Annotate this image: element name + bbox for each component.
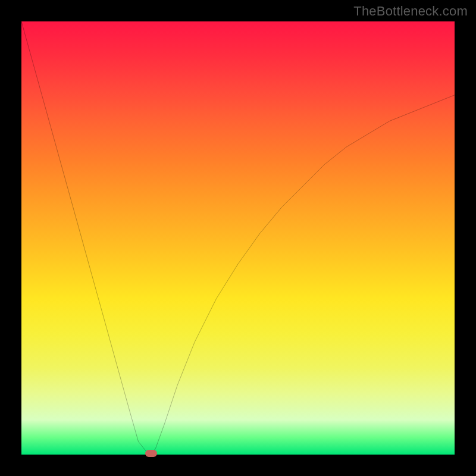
plot-area (21, 21, 455, 455)
min-point-marker (145, 450, 157, 457)
bottleneck-curve (21, 21, 455, 455)
chart-frame: TheBottleneck.com (0, 0, 476, 476)
watermark: TheBottleneck.com (353, 4, 468, 19)
curve-path (21, 21, 455, 455)
